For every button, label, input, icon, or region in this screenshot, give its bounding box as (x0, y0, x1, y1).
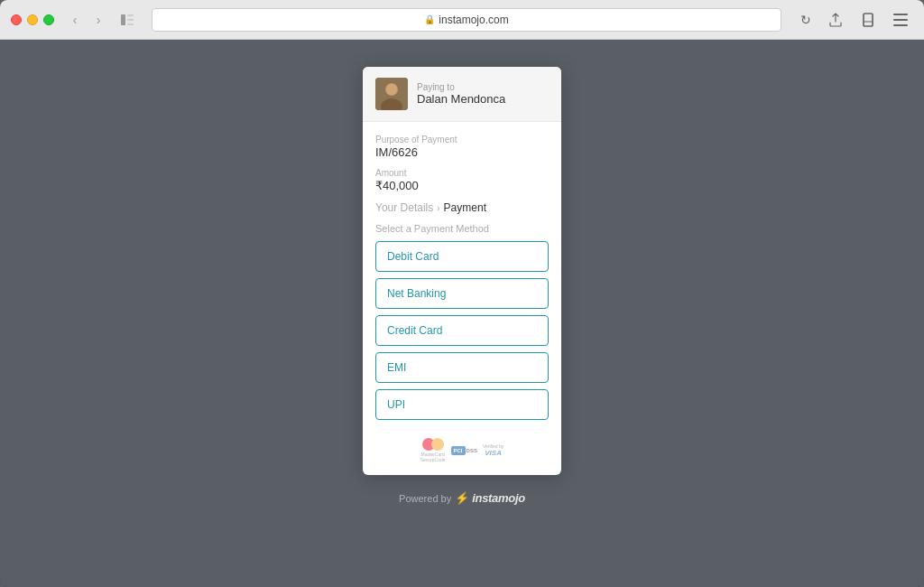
paying-to-label: Paying to (417, 82, 505, 92)
forward-button[interactable]: › (88, 10, 108, 30)
credit-card-button[interactable]: Credit Card (375, 315, 549, 346)
svg-rect-1 (127, 14, 134, 16)
security-badges: MasterCardSecureCode PCI DSS Verified by… (375, 431, 549, 462)
back-button[interactable]: ‹ (65, 10, 85, 30)
card-body: Purpose of Payment IM/6626 Amount ₹40,00… (363, 122, 561, 475)
instamojo-bolt-icon: ⚡ (455, 491, 469, 505)
purpose-value: IM/6626 (375, 145, 549, 159)
pci-badge: PCI DSS (451, 446, 477, 455)
url-text: instamojo.com (439, 14, 508, 26)
breadcrumb-step1: Your Details (375, 201, 433, 214)
bookmark-button[interactable] (855, 10, 881, 30)
amount-section: Amount ₹40,000 (375, 168, 549, 192)
svg-rect-0 (121, 14, 125, 25)
net-banking-button[interactable]: Net Banking (375, 278, 549, 309)
instamojo-brand: instamojo (472, 491, 525, 505)
dss-text: DSS (467, 448, 477, 453)
select-method-label: Select a Payment Method (375, 223, 549, 234)
mastercard-circle2 (431, 438, 444, 451)
powered-by-label: Powered by (399, 493, 451, 504)
payment-card: Paying to Dalan Mendonca Purpose of Paym… (363, 67, 561, 475)
minimize-button[interactable] (27, 14, 38, 25)
traffic-lights (11, 14, 54, 25)
visa-text: VISA (485, 449, 502, 457)
emi-button[interactable]: EMI (375, 352, 549, 383)
amount-value: ₹40,000 (375, 179, 549, 192)
breadcrumb: Your Details › Payment (375, 201, 549, 214)
svg-rect-7 (893, 19, 908, 21)
svg-rect-3 (127, 23, 134, 25)
close-button[interactable] (11, 14, 22, 25)
svg-point-12 (386, 84, 397, 95)
address-bar[interactable]: 🔒 instamojo.com (152, 8, 781, 32)
svg-rect-5 (864, 14, 873, 26)
svg-rect-4 (864, 14, 873, 26)
avatar-image (375, 78, 408, 110)
menu-button[interactable] (888, 10, 913, 30)
paying-to-header: Paying to Dalan Mendonca (363, 67, 561, 122)
share-button[interactable] (823, 10, 848, 30)
purpose-label: Purpose of Payment (375, 135, 549, 144)
avatar (375, 78, 408, 110)
svg-rect-6 (893, 14, 908, 15)
svg-rect-8 (893, 24, 908, 26)
breadcrumb-chevron: › (437, 203, 439, 213)
browser-nav: ‹ › (65, 10, 108, 30)
svg-rect-2 (127, 19, 134, 21)
payment-methods: Debit Card Net Banking Credit Card EMI U… (375, 241, 549, 420)
instamojo-logo: ⚡ instamojo (455, 491, 525, 505)
amount-label: Amount (375, 168, 549, 178)
fullscreen-button[interactable] (43, 14, 54, 25)
breadcrumb-step2: Payment (444, 201, 486, 214)
visa-badge: Verified by VISA (483, 443, 504, 457)
lock-icon: 🔒 (424, 14, 435, 24)
browser-window: ‹ › 🔒 instamojo.com ↻ (0, 0, 924, 587)
browser-content: Paying to Dalan Mendonca Purpose of Paym… (0, 40, 924, 587)
paying-to-info: Paying to Dalan Mendonca (417, 82, 505, 106)
sidebar-toggle-button[interactable] (117, 10, 137, 30)
pci-text: PCI (451, 446, 466, 455)
purpose-section: Purpose of Payment IM/6626 (375, 135, 549, 159)
paying-to-name: Dalan Mendonca (417, 92, 505, 106)
browser-actions (823, 10, 913, 30)
mastercard-label: MasterCardSecureCode (420, 452, 446, 462)
debit-card-button[interactable]: Debit Card (375, 241, 549, 272)
browser-titlebar: ‹ › 🔒 instamojo.com ↻ (0, 0, 924, 40)
upi-button[interactable]: UPI (375, 389, 549, 420)
powered-by-footer: Powered by ⚡ instamojo (399, 491, 525, 505)
mastercard-badge: MasterCardSecureCode (420, 438, 446, 462)
refresh-button[interactable]: ↻ (796, 10, 816, 30)
